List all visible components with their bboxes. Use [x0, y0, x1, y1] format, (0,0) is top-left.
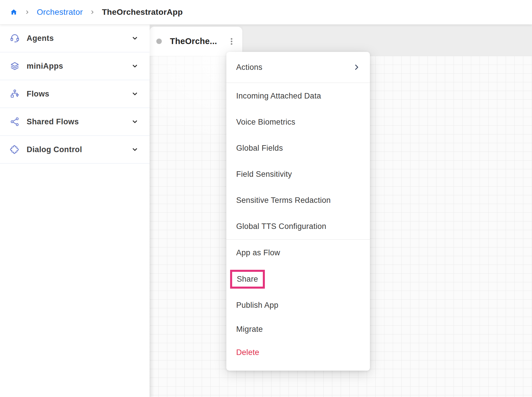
tab-context-menu: Actions Incoming Attached Data Voice Bio… [226, 52, 370, 371]
menu-item-global-fields[interactable]: Global Fields [226, 135, 370, 161]
chevron-down-icon [131, 90, 139, 98]
menu-item-incoming-attached-data[interactable]: Incoming Attached Data [226, 83, 370, 109]
chevron-down-icon [131, 62, 139, 70]
chevron-down-icon [131, 118, 139, 125]
sidebar-item-label: miniApps [27, 62, 131, 71]
layers-icon [10, 61, 20, 71]
menu-item-publish-app[interactable]: Publish App [226, 292, 370, 318]
sidebar-item-agents[interactable]: Agents [0, 25, 150, 52]
chevron-down-icon [131, 146, 139, 153]
chevron-down-icon [131, 34, 139, 42]
tab-title: TheOrche... [170, 37, 227, 46]
share-highlight-box: Share [230, 270, 265, 289]
menu-item-voice-biometrics[interactable]: Voice Biometrics [226, 109, 370, 135]
menu-item-label: Field Sensitivity [236, 170, 292, 179]
home-icon[interactable] [10, 8, 18, 16]
sidebar-item-label: Flows [27, 90, 131, 99]
menu-item-delete[interactable]: Delete [226, 340, 370, 364]
menu-item-label: Global Fields [236, 144, 283, 153]
breadcrumb-current-app: TheOrchestratorApp [102, 8, 183, 17]
app-screen: Orchestrator TheOrchestratorApp TheOrche… [0, 0, 532, 397]
menu-item-label: Share [237, 275, 258, 284]
chevron-right-icon [90, 10, 95, 15]
menu-item-label: Voice Biometrics [236, 118, 295, 127]
sidebar-item-shared-flows[interactable]: Shared Flows [0, 108, 150, 136]
sidebar-item-dialog-control[interactable]: Dialog Control [0, 136, 150, 164]
tab-theorchestratorapp[interactable]: TheOrche... [150, 27, 242, 56]
chevron-right-icon [353, 64, 360, 71]
menu-item-migrate[interactable]: Migrate [226, 318, 370, 340]
menu-item-label: Sensitive Terms Redaction [236, 196, 331, 205]
breadcrumb: Orchestrator TheOrchestratorApp [0, 0, 532, 25]
menu-item-share[interactable]: Share [226, 266, 370, 292]
menu-item-label: Global TTS Configuration [236, 222, 326, 231]
menu-item-label: Delete [236, 348, 259, 357]
headset-icon [10, 33, 20, 43]
flow-hierarchy-icon [10, 89, 20, 99]
breadcrumb-link-orchestrator[interactable]: Orchestrator [37, 8, 83, 17]
sidebar: Agents miniApps [0, 25, 150, 397]
status-dot [156, 39, 162, 44]
menu-item-global-tts-configuration[interactable]: Global TTS Configuration [226, 213, 370, 239]
sidebar-item-label: Dialog Control [27, 145, 131, 154]
sidebar-item-label: Shared Flows [27, 117, 131, 126]
sidebar-item-flows[interactable]: Flows [0, 80, 150, 108]
menu-item-label: Actions [236, 63, 263, 72]
chevron-right-icon [25, 10, 30, 15]
sidebar-item-label: Agents [27, 34, 131, 43]
menu-item-sensitive-terms-redaction[interactable]: Sensitive Terms Redaction [226, 187, 370, 213]
menu-item-actions[interactable]: Actions [226, 52, 370, 83]
share-nodes-icon [10, 117, 20, 127]
menu-item-label: Migrate [236, 325, 263, 334]
puzzle-icon [10, 145, 20, 154]
menu-item-label: Incoming Attached Data [236, 92, 321, 101]
menu-item-label: App as Flow [236, 248, 280, 257]
menu-item-app-as-flow[interactable]: App as Flow [226, 240, 370, 266]
menu-item-label: Publish App [236, 301, 278, 310]
menu-item-field-sensitivity[interactable]: Field Sensitivity [226, 161, 370, 187]
sidebar-item-miniapps[interactable]: miniApps [0, 52, 150, 80]
kebab-menu-icon[interactable] [227, 36, 236, 47]
